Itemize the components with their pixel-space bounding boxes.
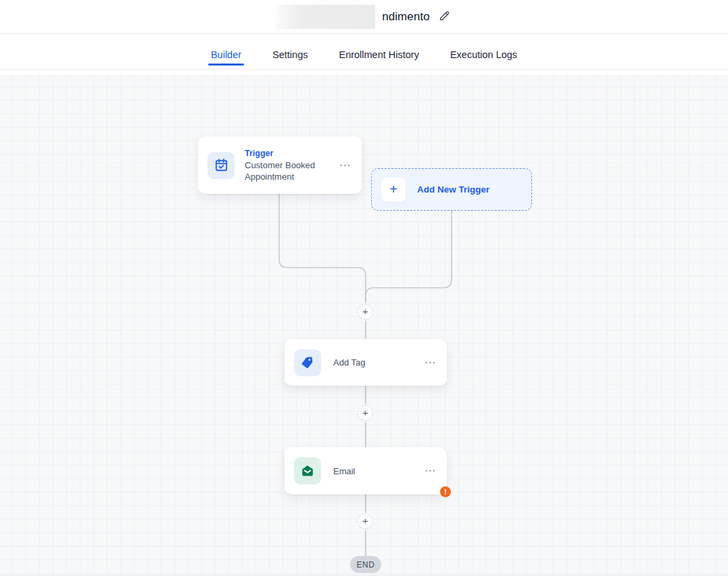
workflow-header: ndimento [0, 0, 728, 34]
workflow-title-group: ndimento [276, 5, 452, 29]
trigger-text-block: Trigger Customer Booked Appointment [245, 149, 324, 182]
trigger-name: Customer Booked Appointment [245, 159, 324, 182]
add-step-node-1[interactable]: + [358, 304, 373, 320]
redacted-title-area [276, 5, 375, 29]
add-new-trigger-button[interactable]: + Add New Trigger [371, 168, 532, 211]
trigger-node-card[interactable]: Trigger Customer Booked Appointment ••• [198, 136, 362, 194]
calendar-check-icon [208, 152, 235, 179]
add-tag-node-card[interactable]: Add Tag ••• [285, 339, 447, 386]
connector-edges [0, 75, 728, 575]
tag-icon [294, 349, 321, 376]
step-name: Add Tag [333, 357, 365, 368]
workflow-canvas[interactable]: Trigger Customer Booked Appointment ••• … [0, 75, 728, 576]
mail-open-icon [294, 457, 321, 484]
warning-badge: ! [439, 486, 452, 498]
email-node-card[interactable]: Email ••• [285, 447, 447, 495]
add-tag-menu-dots-icon[interactable]: ••• [425, 359, 437, 365]
tab-settings[interactable]: Settings [271, 49, 309, 69]
tab-enrollment-history[interactable]: Enrollment History [337, 49, 420, 69]
end-node: END [350, 556, 381, 573]
trigger-menu-dots-icon[interactable]: ••• [340, 162, 351, 168]
tab-execution-logs[interactable]: Execution Logs [449, 49, 518, 69]
workflow-tabbar: Builder Settings Enrollment History Exec… [0, 34, 728, 70]
tab-builder[interactable]: Builder [210, 49, 243, 69]
edit-title-button[interactable] [437, 8, 452, 26]
step-name: Email [333, 466, 356, 476]
plus-icon: + [381, 178, 406, 202]
add-step-node-2[interactable]: + [358, 405, 373, 421]
email-menu-dots-icon[interactable]: ••• [425, 468, 437, 474]
trigger-type-label: Trigger [245, 149, 324, 158]
add-step-node-3[interactable]: + [358, 513, 373, 529]
pencil-icon [438, 9, 451, 24]
page-title: ndimento [382, 10, 430, 24]
add-new-trigger-label: Add New Trigger [417, 184, 489, 195]
